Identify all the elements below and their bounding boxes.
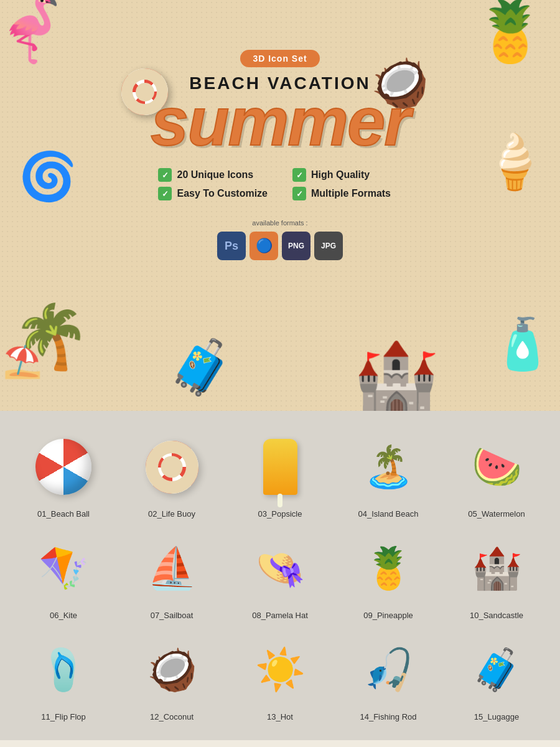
- icon-cell-island: 🏝️ 04_Island Beach: [337, 430, 439, 519]
- icon-label-kite: 06_Kite: [50, 611, 77, 620]
- icon-label-flipflop: 11_Flip Flop: [41, 712, 86, 721]
- icon-life-buoy: [134, 430, 209, 504]
- icon-island: 🏝️: [351, 430, 426, 504]
- grid-section: 01_Beach Ball 02_Life Buoy 03_Popsicle 🏝…: [0, 411, 560, 740]
- icon-label-beach-ball: 01_Beach Ball: [37, 509, 90, 519]
- icon-label-sandcastle: 10_Sandcastle: [470, 611, 523, 620]
- main-title: summer: [151, 87, 409, 156]
- icon-label-fishing: 14_Fishing Rod: [360, 712, 416, 721]
- formats-label: available formats :: [252, 219, 307, 227]
- check-1: ✓: [158, 168, 172, 182]
- icons-grid: 01_Beach Ball 02_Life Buoy 03_Popsicle 🏝…: [12, 430, 548, 721]
- icon-popsicle: [243, 430, 317, 504]
- format-badges: Ps 🔵 PNG JPG: [217, 232, 343, 260]
- features-list: ✓ 20 Unique Icons ✓ High Quality ✓ Easy …: [158, 168, 401, 200]
- feature-2: ✓ High Quality: [292, 168, 402, 182]
- icon-cell-luggage: 🧳 15_Lugagge: [446, 632, 548, 721]
- icon-label-pineapple: 09_Pineapple: [363, 611, 413, 620]
- icon-coconut: 🥥: [134, 632, 209, 707]
- format-blend: 🔵: [250, 232, 278, 260]
- icon-luggage: 🧳: [459, 632, 534, 707]
- icon-fishing: 🎣: [351, 632, 426, 707]
- icon-cell-beach-ball: 01_Beach Ball: [12, 430, 114, 519]
- icon-flipflop: 🩴: [26, 632, 101, 707]
- icon-cell-fishing: 🎣 14_Fishing Rod: [337, 632, 439, 721]
- icon-label-hot: 13_Hot: [267, 712, 293, 721]
- icon-cell-coconut: 🥥 12_Coconut: [121, 632, 223, 721]
- hero-section: 🦩 🍍 🥥 🌀 🍦 🌴 ⛱️ 🧳 🏰 🧴 3D Icon Set BEACH V…: [0, 0, 560, 411]
- icon-hot: ☀️: [243, 632, 317, 707]
- icon-label-watermelon: 05_Watermelon: [468, 509, 525, 519]
- icon-hat: 👒: [243, 531, 317, 606]
- icon-label-island: 04_Island Beach: [358, 509, 419, 519]
- feature-4: ✓ Multiple Formats: [292, 187, 402, 200]
- feature-3: ✓ Easy To Customize: [158, 187, 268, 200]
- formats-section: available formats : Ps 🔵 PNG JPG: [217, 219, 343, 260]
- format-ps: Ps: [217, 232, 246, 260]
- check-2: ✓: [292, 168, 306, 182]
- icon-kite: 🪁: [26, 531, 101, 606]
- icon-sailboat: ⛵: [134, 531, 209, 606]
- icon-cell-life-buoy: 02_Life Buoy: [121, 430, 223, 519]
- icon-label-luggage: 15_Lugagge: [474, 712, 519, 721]
- icon-cell-popsicle: 03_Popsicle: [229, 430, 331, 519]
- icon-sandcastle: 🏰: [459, 531, 534, 606]
- subtitle: BEACH VACATION: [189, 73, 370, 93]
- icon-cell-hot: ☀️ 13_Hot: [229, 632, 331, 721]
- icon-cell-sandcastle: 🏰 10_Sandcastle: [446, 531, 548, 620]
- icon-pineapple: 🍍: [351, 531, 426, 606]
- icon-label-popsicle: 03_Popsicle: [258, 509, 302, 519]
- icon-label-life-buoy: 02_Life Buoy: [148, 509, 195, 519]
- feature-1: ✓ 20 Unique Icons: [158, 168, 268, 182]
- check-3: ✓: [158, 187, 172, 200]
- icon-beach-ball: [26, 430, 101, 504]
- icon-cell-flipflop: 🩴 11_Flip Flop: [12, 632, 114, 721]
- hero-content: 3D Icon Set BEACH VACATION summer ✓ 20 U…: [0, 0, 560, 411]
- format-png: PNG: [282, 232, 310, 260]
- badge: 3D Icon Set: [240, 50, 319, 67]
- icon-cell-watermelon: 🍉 05_Watermelon: [446, 430, 548, 519]
- icon-cell-hat: 👒 08_Pamela Hat: [229, 531, 331, 620]
- icon-watermelon: 🍉: [459, 430, 534, 504]
- icon-label-coconut: 12_Coconut: [150, 712, 194, 721]
- format-jpg: JPG: [314, 232, 343, 260]
- icon-cell-pineapple: 🍍 09_Pineapple: [337, 531, 439, 620]
- check-4: ✓: [292, 187, 306, 200]
- icon-cell-kite: 🪁 06_Kite: [12, 531, 114, 620]
- icon-cell-sailboat: ⛵ 07_Sailboat: [121, 531, 223, 620]
- feature-3-label: Easy To Customize: [177, 188, 268, 199]
- icon-label-hat: 08_Pamela Hat: [252, 611, 308, 620]
- feature-4-label: Multiple Formats: [311, 188, 391, 199]
- feature-1-label: 20 Unique Icons: [177, 169, 253, 181]
- icon-label-sailboat: 07_Sailboat: [151, 611, 194, 620]
- feature-2-label: High Quality: [311, 169, 370, 181]
